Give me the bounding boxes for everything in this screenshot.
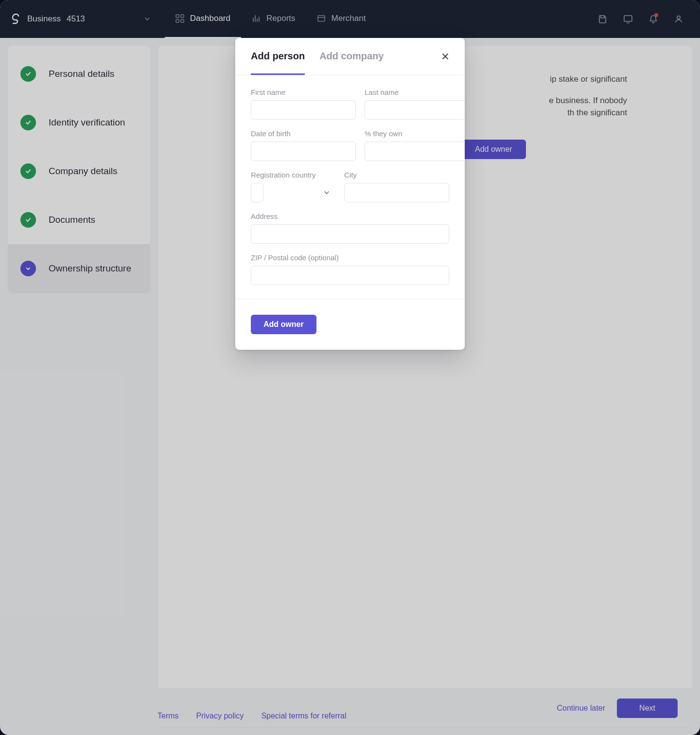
modal-footer: Add owner (235, 299, 465, 350)
add-owner-submit-button[interactable]: Add owner (251, 315, 316, 334)
tab-add-company[interactable]: Add company (319, 51, 384, 75)
dob-input[interactable] (251, 142, 356, 161)
modal-body: First name Last name Date of birth % the… (235, 75, 465, 299)
label-zip: ZIP / Postal code (optional) (251, 253, 449, 262)
field-reg-country: Registration country (251, 171, 335, 202)
label-pct-own: % they own (365, 129, 465, 138)
field-last-name: Last name (365, 88, 465, 120)
address-input[interactable] (251, 224, 449, 244)
label-address: Address (251, 212, 449, 220)
field-dob: Date of birth (251, 129, 356, 161)
zip-input[interactable] (251, 266, 449, 285)
first-name-input[interactable] (251, 100, 356, 120)
label-dob: Date of birth (251, 129, 356, 138)
label-first-name: First name (251, 88, 356, 96)
field-pct-own: % they own (365, 129, 465, 161)
label-reg-country: Registration country (251, 171, 335, 179)
close-icon (441, 53, 449, 60)
pct-own-input[interactable] (365, 142, 465, 161)
label-city: City (344, 171, 449, 179)
city-input[interactable] (344, 183, 449, 202)
field-zip: ZIP / Postal code (optional) (251, 253, 449, 285)
modal-header: Add person Add company (235, 38, 465, 75)
close-button[interactable] (439, 51, 451, 62)
reg-country-select[interactable] (251, 183, 263, 202)
chevron-down-icon (324, 190, 330, 196)
field-address: Address (251, 212, 449, 244)
tab-add-person[interactable]: Add person (251, 51, 305, 75)
last-name-input[interactable] (365, 100, 465, 120)
add-owner-modal: Add person Add company First name Last n… (235, 38, 465, 350)
field-first-name: First name (251, 88, 356, 120)
label-last-name: Last name (365, 88, 465, 96)
field-city: City (344, 171, 449, 202)
